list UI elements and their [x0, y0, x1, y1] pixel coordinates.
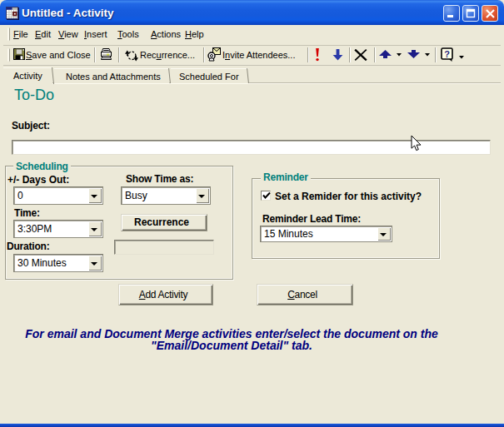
svg-text:?: ? [444, 49, 450, 59]
